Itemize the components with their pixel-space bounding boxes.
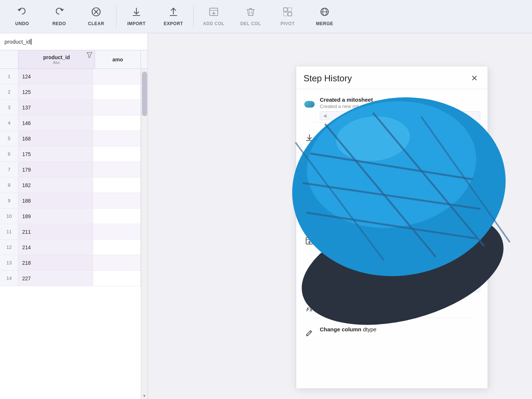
spreadsheet-panel: product_id product_id Abc amo bbox=[0, 33, 148, 399]
step-text: Adde... Added... bbox=[320, 234, 480, 247]
step-preview: ◀ bbox=[320, 111, 480, 120]
step-title: Imported... bbox=[320, 131, 480, 137]
cell-amount[interactable] bbox=[93, 131, 141, 146]
cell-amount[interactable] bbox=[93, 84, 141, 99]
col-header-amount[interactable]: amo bbox=[95, 50, 141, 68]
merge-button[interactable]: MERGE bbox=[306, 2, 343, 31]
cell-product-id[interactable]: 168 bbox=[18, 131, 93, 146]
step-preview-arrow: ◀ bbox=[323, 285, 326, 290]
step-divider bbox=[311, 226, 473, 226]
step-main-row: Adde... Added... bbox=[304, 234, 480, 247]
cell-product-id[interactable]: 146 bbox=[18, 115, 93, 131]
step-icon-fx: Fx bbox=[304, 304, 315, 315]
step-preview-arrow: ◀ bbox=[323, 251, 326, 256]
sheet-body: 1 124 2 125 3 137 4 146 5 168 6 175 7 17… bbox=[0, 69, 148, 399]
step-preview: ◀ bbox=[320, 249, 480, 258]
step-item[interactable]: Created a mitosheet Created a new mit...… bbox=[296, 94, 488, 128]
cell-product-id[interactable]: 124 bbox=[18, 69, 93, 84]
close-button[interactable]: ✕ bbox=[468, 72, 480, 84]
step-title: Me... bbox=[320, 200, 480, 206]
formula-bar-content: product_id bbox=[4, 38, 30, 45]
cell-amount[interactable] bbox=[93, 224, 141, 239]
cell-product-id[interactable]: 179 bbox=[18, 162, 93, 177]
step-text: Created a mitosheet Created a new mit... bbox=[320, 97, 480, 109]
cell-product-id[interactable]: 227 bbox=[18, 271, 93, 286]
step-icon-import bbox=[304, 132, 315, 143]
cell-amount[interactable] bbox=[93, 115, 141, 131]
step-preview: ◀ I bbox=[320, 180, 480, 189]
step-item[interactable]: Renamed... Renamed G to... ◀ bbox=[296, 266, 488, 300]
undo-label: UNDO bbox=[15, 21, 29, 26]
cell-product-id[interactable]: 214 bbox=[18, 240, 93, 255]
import-label: IMPORT bbox=[127, 21, 146, 26]
toolbar-divider-2 bbox=[193, 6, 194, 28]
row-number: 6 bbox=[0, 146, 18, 162]
cell-amount[interactable] bbox=[93, 146, 141, 162]
row-number: 9 bbox=[0, 193, 18, 208]
clear-icon bbox=[91, 7, 101, 20]
export-label: EXPORT bbox=[164, 21, 183, 26]
scrollbar-vertical[interactable]: ▲ ▼ bbox=[141, 69, 148, 399]
scrollbar-arrow-down[interactable]: ▼ bbox=[141, 392, 148, 399]
step-item[interactable]: Change column dtype bbox=[296, 323, 488, 342]
step-preview: ◀ bbox=[320, 214, 480, 223]
cell-product-id[interactable]: 175 bbox=[18, 146, 93, 162]
cell-amount[interactable] bbox=[93, 100, 141, 115]
add-col-button[interactable]: ADD COL bbox=[195, 2, 232, 31]
step-title: Imp... bbox=[320, 165, 480, 172]
step-title: Created a mitosheet bbox=[320, 97, 480, 103]
step-divider bbox=[311, 157, 473, 157]
cell-product-id[interactable]: 189 bbox=[18, 209, 93, 224]
table-row: 3 137 bbox=[0, 100, 141, 115]
pivot-button[interactable]: PIVOT bbox=[269, 2, 306, 31]
step-item[interactable]: Me... Mer... ◀ bbox=[296, 197, 488, 231]
step-item[interactable]: Imported... Importe... ◀ I bbox=[296, 128, 488, 162]
cell-product-id[interactable]: 211 bbox=[18, 224, 93, 239]
cell-amount[interactable] bbox=[93, 209, 141, 224]
formula-cursor bbox=[31, 39, 31, 45]
undo-button[interactable]: UNDO bbox=[4, 2, 41, 31]
svg-line-29 bbox=[310, 274, 311, 275]
cell-product-id[interactable]: 188 bbox=[18, 193, 93, 208]
col-header-product-id[interactable]: product_id Abc bbox=[18, 50, 95, 68]
step-item[interactable]: Imp... Imp... ◀ I bbox=[296, 162, 488, 197]
cell-amount[interactable] bbox=[93, 177, 141, 193]
main-area: product_id product_id Abc amo bbox=[0, 33, 532, 399]
step-main-row: Me... Mer... bbox=[304, 200, 480, 212]
cell-amount[interactable] bbox=[93, 240, 141, 255]
col-product-id-type: Abc bbox=[53, 60, 60, 65]
cell-amount[interactable] bbox=[93, 69, 141, 84]
table-row: 8 182 bbox=[0, 177, 141, 193]
step-divider bbox=[311, 318, 473, 318]
redo-button[interactable]: REDO bbox=[41, 2, 78, 31]
clear-button[interactable]: CLEAR bbox=[78, 2, 115, 31]
cell-product-id[interactable]: 182 bbox=[18, 177, 93, 193]
step-title: Adde... bbox=[320, 234, 480, 240]
cell-product-id[interactable]: 137 bbox=[18, 100, 93, 115]
step-item[interactable]: Adde... Added... ◀ bbox=[296, 231, 488, 266]
filter-icon[interactable] bbox=[87, 52, 92, 60]
step-preview: ◀ I bbox=[320, 146, 480, 155]
cell-product-id[interactable]: 218 bbox=[18, 255, 93, 270]
import-button[interactable]: IMPORT bbox=[118, 2, 155, 31]
step-icon-merge bbox=[304, 200, 315, 212]
formula-bar[interactable]: product_id bbox=[0, 33, 148, 50]
step-text: Renamed... Renamed G to... bbox=[320, 268, 480, 281]
cell-amount[interactable] bbox=[93, 271, 141, 286]
step-text: Change column dtype bbox=[320, 326, 480, 333]
table-row: 14 227 bbox=[0, 271, 141, 286]
del-col-button[interactable]: DEL COL bbox=[232, 2, 269, 31]
cell-amount[interactable] bbox=[93, 255, 141, 270]
step-divider bbox=[311, 191, 473, 192]
table-row: 5 168 bbox=[0, 131, 141, 146]
row-number: 4 bbox=[0, 115, 18, 131]
step-subtitle: Renamed G to... bbox=[320, 275, 480, 281]
scrollbar-thumb[interactable] bbox=[142, 72, 147, 116]
cell-product-id[interactable]: 125 bbox=[18, 84, 93, 99]
step-item[interactable]: Fx Set Column Formula Set amount in df3 … bbox=[296, 300, 488, 323]
table-row: 7 179 bbox=[0, 162, 141, 177]
export-button[interactable]: EXPORT bbox=[155, 2, 192, 31]
cell-amount[interactable] bbox=[93, 193, 141, 208]
cell-amount[interactable] bbox=[93, 162, 141, 177]
step-icon-add-col bbox=[304, 235, 315, 247]
